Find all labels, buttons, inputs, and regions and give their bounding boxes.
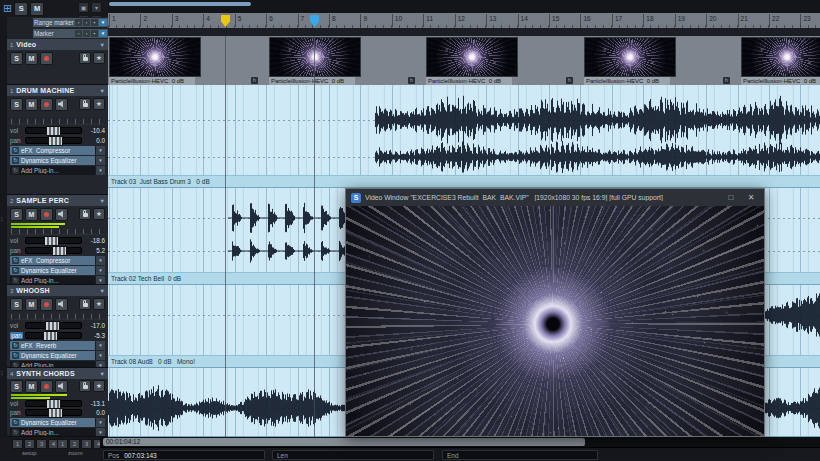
solo-button[interactable]: S (10, 52, 23, 65)
chevron-down-icon[interactable]: ▼ (95, 276, 105, 285)
plugin-slot[interactable]: ↻ eFX_Compressor ▼ (10, 256, 105, 265)
track-header[interactable]: 1 Video ▼ (7, 39, 108, 50)
plugin-power-icon[interactable]: ↻ (12, 419, 19, 426)
play-cursor-line[interactable] (225, 36, 226, 437)
plugin-slot[interactable]: ↻ eFX_Compressor ▼ (10, 146, 105, 155)
plugin-power-icon[interactable]: ↻ (12, 267, 19, 274)
track-header[interactable]: 3 WHOOSH ▼ (7, 285, 108, 296)
chevron-down-icon[interactable]: ▼ (95, 266, 105, 275)
star-icon[interactable]: ★ (93, 208, 105, 220)
video-track-lane[interactable]: ParticleIllusion-HEVC 0 dB ParticleIllus… (108, 36, 820, 86)
add-plugin-slot[interactable]: ↻ Add Plug-in... ▼ (10, 361, 105, 368)
add-plugin-slot[interactable]: ↻ Add Plug-in... ▼ (10, 166, 105, 175)
plugin-slot[interactable]: ↻ Dynamics Equalizer ▼ (10, 156, 105, 165)
zoom-button-2[interactable]: 2 (69, 439, 80, 449)
overview-strip[interactable] (108, 0, 820, 13)
video-clip[interactable]: ParticleIllusion-HEVC 0 dB (425, 36, 575, 85)
chevron-down-icon[interactable]: ▼ (95, 166, 105, 175)
setup-button-3[interactable]: 3 (36, 439, 47, 449)
plugin-slot[interactable]: ↻ Dynamics Equalizer ▼ (10, 418, 105, 427)
plugin-power-icon[interactable]: ↻ (12, 352, 19, 359)
resize-handle-icon[interactable]: ↕ (0, 215, 4, 222)
chevron-down-icon[interactable]: ▼ (95, 146, 105, 155)
video-clip[interactable]: ParticleIllusion-HEVC 0 dB (268, 36, 418, 85)
length-field[interactable]: Len (272, 450, 434, 460)
video-thumbnail[interactable] (741, 37, 820, 77)
slider-handle[interactable] (52, 246, 67, 256)
monitor-button[interactable] (55, 298, 68, 311)
video-preview[interactable] (346, 206, 764, 436)
chevron-down-icon[interactable]: ▼ (95, 341, 105, 350)
video-window-titlebar[interactable]: S Video Window "EXCERCISE3 Rebuilt_BAK_B… (346, 189, 764, 206)
track-manager-icon[interactable]: ⊞ (3, 3, 12, 14)
clip-marker-icon[interactable]: h (408, 77, 415, 84)
slider-handle[interactable] (48, 136, 63, 146)
track-lane-drums[interactable]: Track 03 Just Bass Drum 3 0 dB (108, 85, 820, 188)
chevron-down-icon[interactable]: ▼ (100, 42, 105, 48)
solo-button[interactable]: S (10, 208, 23, 221)
video-thumbnail[interactable] (584, 37, 676, 77)
mute-button[interactable]: M (25, 52, 38, 65)
star-icon[interactable]: ★ (93, 298, 105, 310)
maximize-icon[interactable]: □ (723, 193, 739, 202)
mute-button[interactable]: M (25, 380, 38, 393)
chevron-down-icon[interactable]: ▼ (99, 30, 107, 37)
video-clip[interactable]: ParticleIllusion-HEVC 0 dB (583, 36, 733, 85)
video-clip[interactable]: ParticleIllusion-HEVC 0 dB (108, 36, 258, 85)
star-icon[interactable]: ★ (93, 98, 105, 110)
chevron-down-icon[interactable]: ▼ (95, 351, 105, 360)
pan-slider[interactable] (25, 247, 82, 254)
chevron-down-icon[interactable]: ▼ (99, 19, 107, 26)
record-button[interactable] (40, 208, 53, 221)
waveform-drums[interactable] (108, 85, 820, 176)
slider-handle[interactable] (43, 331, 58, 341)
monitor-button[interactable] (55, 98, 68, 111)
pan-slider[interactable] (25, 409, 82, 416)
position-marker[interactable] (310, 15, 319, 27)
lock-icon[interactable] (79, 380, 91, 392)
track-header[interactable]: 1 DRUM MACHINE ▼ (7, 85, 108, 96)
plugin-power-icon[interactable]: ↻ (12, 342, 19, 349)
star-icon[interactable]: ★ (93, 52, 105, 64)
star-icon[interactable]: ★ (93, 380, 105, 392)
solo-button[interactable]: S (10, 298, 23, 311)
global-mute-button[interactable]: M (30, 2, 44, 16)
lock-icon[interactable] (79, 298, 91, 310)
end-field[interactable]: End (442, 450, 598, 460)
chevron-down-icon[interactable]: ▼ (95, 156, 105, 165)
video-window[interactable]: S Video Window "EXCERCISE3 Rebuilt_BAK_B… (345, 188, 765, 437)
close-icon[interactable]: ✕ (743, 193, 759, 202)
horizontal-scrollbar[interactable]: 00:01:04:12 (100, 437, 820, 447)
slider-handle[interactable] (44, 236, 59, 246)
zoom-button-3[interactable]: 3 (81, 439, 92, 449)
pan-slider[interactable] (25, 137, 82, 144)
volume-slider[interactable] (25, 322, 82, 329)
chevron-down-icon[interactable]: ▼ (100, 198, 105, 204)
volume-slider[interactable] (25, 127, 82, 134)
mute-button[interactable]: M (25, 98, 38, 111)
scrollbar-handle[interactable] (103, 438, 585, 446)
sidebar-splitter[interactable]: ↕ ↕ (0, 17, 7, 437)
position-cursor-line[interactable] (314, 36, 315, 437)
lock-icon[interactable]: ▪ (91, 19, 98, 26)
track-header[interactable]: 2 SAMPLE PERC ▼ (7, 195, 108, 206)
clip-marker-icon[interactable]: h (723, 77, 730, 84)
range-marker-row[interactable]: Range marker ▫ ▫ ▪ ▼ (33, 18, 108, 27)
add-plugin-slot[interactable]: ↻ Add Plug-in... ▼ (10, 428, 105, 437)
marker-tool-icon[interactable]: ▫ (75, 19, 82, 26)
slider-handle[interactable] (48, 408, 63, 418)
plugin-slot[interactable]: ↻ Dynamics Equalizer ▼ (10, 266, 105, 275)
record-button[interactable] (40, 380, 53, 393)
pan-slider[interactable] (25, 332, 82, 339)
marker-tool-icon[interactable]: ▫ (83, 19, 90, 26)
plugin-power-icon[interactable]: ↻ (12, 257, 19, 264)
track-header[interactable]: 4 SYNTH CHORDS ▼ (7, 368, 108, 379)
lock-icon[interactable] (79, 98, 91, 110)
record-button[interactable] (40, 52, 53, 65)
record-button[interactable] (40, 298, 53, 311)
marker-row[interactable]: Marker ▫ ▫ ▪ ▼ (33, 29, 108, 38)
volume-slider[interactable] (25, 400, 82, 407)
chevron-down-icon[interactable]: ▼ (100, 371, 105, 377)
lock-icon[interactable] (79, 208, 91, 220)
timeline-ruler[interactable]: 1234567891011121314151617181920212223 (108, 13, 820, 29)
